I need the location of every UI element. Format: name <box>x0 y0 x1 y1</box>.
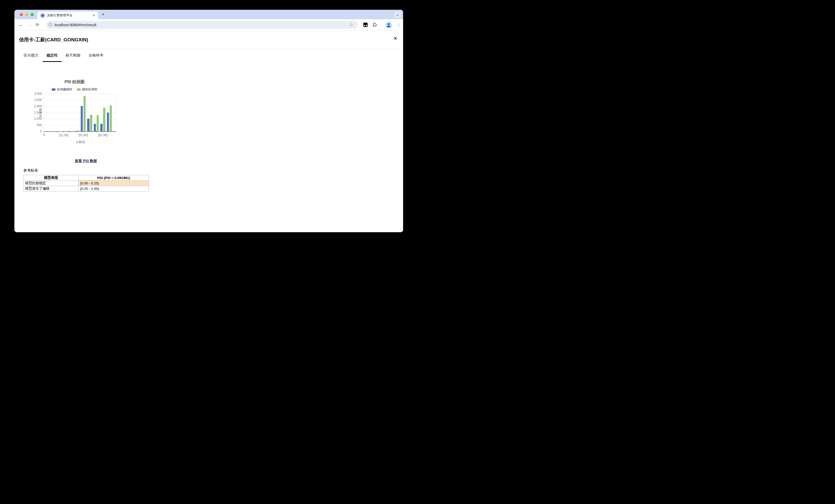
tab-title: 决策引擎管理平台 <box>47 13 92 18</box>
close-window-button[interactable] <box>20 13 23 16</box>
bar-modeling <box>87 119 89 131</box>
back-icon[interactable]: ← <box>17 19 25 30</box>
x-tick-label: [81,90] <box>93 133 113 137</box>
reference-standard-label: 参考标准: <box>23 168 39 173</box>
menu-kebab-icon[interactable]: ⋮ <box>397 22 401 27</box>
reload-icon[interactable]: ⟳ <box>34 19 41 30</box>
gridline <box>44 100 116 100</box>
person-icon <box>385 22 392 28</box>
forward-icon[interactable]: → <box>25 19 33 30</box>
table-cell-highlighted: [0.00 - 0.25) <box>79 181 149 186</box>
bar-application <box>97 115 99 131</box>
bar-application <box>90 115 92 131</box>
x-tick-mark <box>77 132 77 133</box>
y-tick-label: 2,500 <box>28 98 42 102</box>
profile-avatar[interactable] <box>385 22 392 28</box>
x-tick-mark <box>103 132 103 133</box>
x-tick-mark <box>90 132 90 133</box>
table-cell: [0.25 - 1.00) <box>79 186 149 191</box>
bar-application <box>103 108 105 131</box>
page-content: 信用卡-工薪(CARD_GONGXIN) ✕ 区分能力 稳定性 标尺检验 合格样… <box>14 30 403 232</box>
tab-qualified-sample[interactable]: 合格样本 <box>85 53 107 62</box>
header-divider <box>14 49 403 49</box>
favicon-decision-engine-logo <box>41 14 44 18</box>
x-tick-mark <box>70 132 70 133</box>
tab-distinguish-ability[interactable]: 区分能力 <box>20 53 42 62</box>
y-tick-label: 1,500 <box>28 111 42 114</box>
x-tick-label: [21,30] <box>53 133 74 137</box>
bar-modeling <box>107 112 109 131</box>
chart-legend: 咨询建模时 模型应用时 <box>36 87 113 92</box>
x-tick-mark <box>116 132 116 133</box>
new-tab-button[interactable]: + <box>102 12 105 17</box>
tab-close-icon[interactable]: ✕ <box>92 14 96 17</box>
tab-strip: 决策引擎管理平台 ✕ + ⌄ <box>14 10 403 19</box>
view-psi-data-link[interactable]: 查看 PSI 数据 <box>60 159 111 163</box>
page-tabs: 区分能力 稳定性 标尺检验 合格样本 <box>20 53 107 62</box>
browser-window: 决策引擎管理平台 ✕ + ⌄ ← → ⟳ ⓘ localhost:8080/#/… <box>14 10 403 232</box>
reference-table: 模型表现 PSI (PSI = 0.091981) 模型比较稳定 [0.00 -… <box>23 175 149 191</box>
extensions-puzzle-icon[interactable] <box>372 22 377 27</box>
tab-stability[interactable]: 稳定性 <box>43 53 62 62</box>
bar-modeling <box>74 131 77 131</box>
legend-item-application[interactable]: 模型应用时 <box>77 87 98 92</box>
y-tick-label: 3,000 <box>28 92 42 96</box>
y-tick-label: 500 <box>28 123 42 127</box>
table-header-row: 模型表现 PSI (PSI = 0.091981) <box>24 175 149 181</box>
psi-bar-chart-plot: 样本数 分数段 05001,0001,5002,0002,5003,0000[2… <box>44 94 116 132</box>
page-close-icon[interactable]: ✕ <box>393 36 398 41</box>
table-row: 模型比较稳定 [0.00 - 0.25) <box>24 181 149 186</box>
url-text[interactable]: localhost:8080/#/mv/result <box>55 23 348 27</box>
x-tick-mark <box>63 132 64 133</box>
bar-application <box>77 130 79 131</box>
bar-application <box>84 96 86 131</box>
zoom-window-button[interactable] <box>30 13 34 16</box>
minimize-window-button[interactable] <box>25 13 28 16</box>
table-cell: 模型比较稳定 <box>24 181 79 186</box>
bar-modeling <box>100 124 103 131</box>
legend-swatch-green <box>77 88 81 91</box>
address-bar[interactable]: ⓘ localhost:8080/#/mv/result ☆ <box>46 21 358 29</box>
x-axis-name: 分数段 <box>60 140 101 144</box>
table-row: 模型发生了偏移 [0.25 - 1.00) <box>24 186 149 191</box>
x-tick-mark <box>96 132 97 133</box>
gridline <box>44 94 116 94</box>
gridline <box>44 106 116 107</box>
x-tick-label: 0 <box>34 133 54 137</box>
x-tick-mark <box>83 132 84 133</box>
bar-modeling <box>68 131 70 131</box>
y-tick-label: 1,000 <box>28 117 42 121</box>
bar-modeling <box>81 106 83 131</box>
legend-swatch-blue <box>52 88 56 91</box>
x-tick-mark <box>109 132 110 133</box>
bar-application <box>110 106 112 131</box>
table-header-model-performance: 模型表现 <box>24 175 79 181</box>
x-tick-mark <box>57 132 57 133</box>
y-tick-label: 0 <box>28 129 42 133</box>
page-title: 信用卡-工薪(CARD_GONGXIN) <box>19 37 88 43</box>
y-tick-label: 2,000 <box>28 105 42 108</box>
browser-tab[interactable]: 决策引擎管理平台 ✕ <box>37 12 98 19</box>
bookmark-star-icon[interactable]: ☆ <box>348 22 355 27</box>
tab-scale-check[interactable]: 标尺检验 <box>62 53 85 62</box>
legend-item-modeling[interactable]: 咨询建模时 <box>52 87 72 92</box>
tab-search-chevron-icon[interactable]: ⌄ <box>394 11 401 18</box>
extension-icon[interactable] <box>363 23 368 27</box>
x-tick-label: [51,60] <box>73 133 94 137</box>
table-header-psi: PSI (PSI = 0.091981) <box>79 175 149 181</box>
table-cell: 模型发生了偏移 <box>24 186 79 191</box>
site-info-icon[interactable]: ⓘ <box>46 22 55 27</box>
bar-modeling <box>94 124 96 131</box>
browser-toolbar: ← → ⟳ ⓘ localhost:8080/#/mv/result ☆ ⋮ <box>14 19 403 30</box>
chart-title: PSI 柱状图 <box>36 79 113 85</box>
